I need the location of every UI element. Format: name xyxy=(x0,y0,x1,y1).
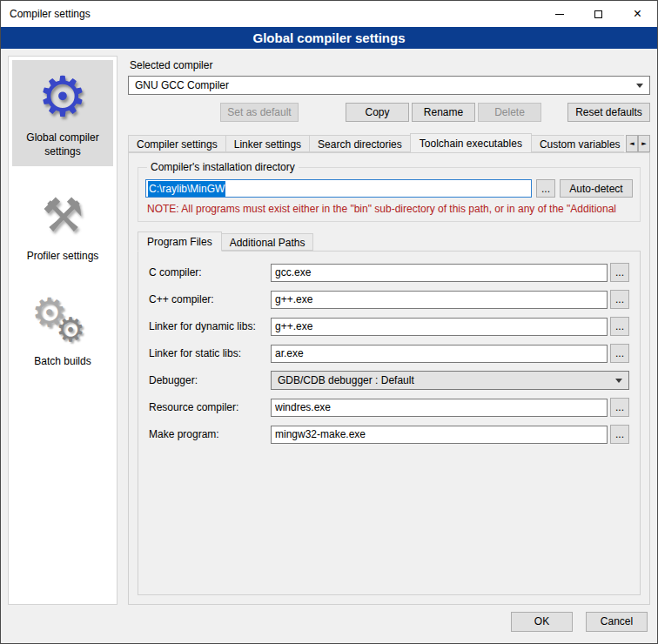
settings-tabstrip: Compiler settings Linker settings Search… xyxy=(128,133,650,152)
form-row-make-program: Make program: ... xyxy=(149,425,629,444)
static-linker-input[interactable] xyxy=(271,345,608,363)
form-row-resource-compiler: Resource compiler: ... xyxy=(149,398,629,417)
ok-button[interactable]: OK xyxy=(511,612,573,632)
sidebar-item-label: Batch builds xyxy=(14,354,111,368)
form-row-debugger: Debugger: GDB/CDB debugger : Default xyxy=(149,371,629,390)
resource-compiler-input[interactable] xyxy=(271,399,608,417)
maximize-icon xyxy=(594,10,602,18)
form-row-dynamic-linker: Linker for dynamic libs: ... xyxy=(149,317,629,336)
dynamic-linker-browse-button[interactable]: ... xyxy=(610,317,629,336)
dialog-banner-title: Global compiler settings xyxy=(1,27,657,49)
installation-directory-group-label: Compiler's installation directory xyxy=(147,161,299,173)
cpp-compiler-label: C++ compiler: xyxy=(149,293,271,305)
c-compiler-input[interactable] xyxy=(271,264,608,282)
reset-defaults-button[interactable]: Reset defaults xyxy=(567,103,650,122)
tab-search-directories[interactable]: Search directories xyxy=(309,135,411,152)
selected-compiler-label: Selected compiler xyxy=(130,59,650,71)
dialog-body: ⚙ Global compiler settings ⚒ Profiler se… xyxy=(1,49,657,608)
subtab-additional-paths[interactable]: Additional Paths xyxy=(221,233,314,251)
sidebar-item-label: Profiler settings xyxy=(14,249,111,263)
compiler-settings-dialog: Compiler settings × Global compiler sett… xyxy=(0,0,658,644)
titlebar: Compiler settings × xyxy=(1,1,657,27)
program-files-panel: C compiler: ... C++ compiler: ... Linker… xyxy=(138,251,641,595)
copy-button[interactable]: Copy xyxy=(346,103,409,122)
sidebar-item-global-compiler-settings[interactable]: ⚙ Global compiler settings xyxy=(12,60,113,166)
dynamic-linker-input[interactable] xyxy=(271,318,608,336)
tab-custom-variables[interactable]: Custom variables xyxy=(531,135,624,152)
set-as-default-button: Set as default xyxy=(220,103,299,122)
form-row-cpp-compiler: C++ compiler: ... xyxy=(149,290,629,309)
sidebar-item-profiler-settings[interactable]: ⚒ Profiler settings xyxy=(12,177,113,271)
main-panel: Selected compiler GNU GCC Compiler Set a… xyxy=(128,56,650,605)
tab-scroll-controls: ◄ ► xyxy=(626,135,650,152)
maximize-button[interactable] xyxy=(579,1,618,27)
chevron-down-icon xyxy=(636,84,643,88)
resource-compiler-label: Resource compiler: xyxy=(149,401,271,413)
dialog-footer: OK Cancel xyxy=(1,608,657,643)
batch-builds-gears-icon: ⚙ ⚙ xyxy=(14,291,111,348)
c-compiler-browse-button[interactable]: ... xyxy=(610,263,629,282)
program-files-subtabs: Program Files Additional Paths xyxy=(138,231,641,251)
make-program-input[interactable] xyxy=(271,426,608,444)
tab-toolchain-executables[interactable]: Toolchain executables xyxy=(410,133,532,152)
debugger-label: Debugger: xyxy=(149,374,271,386)
window-title: Compiler settings xyxy=(1,8,91,20)
toolchain-executables-panel: Compiler's installation directory C:\ray… xyxy=(128,152,650,605)
tabs-viewport: Compiler settings Linker settings Search… xyxy=(128,133,624,152)
installation-directory-input[interactable]: C:\raylib\MinGW xyxy=(145,179,532,198)
dynamic-linker-label: Linker for dynamic libs: xyxy=(149,320,271,332)
c-compiler-label: C compiler: xyxy=(149,266,271,278)
static-linker-browse-button[interactable]: ... xyxy=(610,344,629,363)
form-row-c-compiler: C compiler: ... xyxy=(149,263,629,282)
browse-directory-button[interactable]: ... xyxy=(536,179,555,198)
tab-compiler-settings[interactable]: Compiler settings xyxy=(128,135,226,152)
compiler-actions-row: Set as default Copy Rename Delete Reset … xyxy=(128,103,650,122)
profiler-tool-icon: ⚒ xyxy=(14,185,111,243)
resource-compiler-browse-button[interactable]: ... xyxy=(610,398,629,417)
installation-directory-group: Compiler's installation directory C:\ray… xyxy=(138,161,641,222)
close-icon: × xyxy=(634,7,641,21)
gear-icon: ⚙ xyxy=(56,313,85,346)
tab-linker-settings[interactable]: Linker settings xyxy=(225,135,310,152)
debugger-value: GDB/CDB debugger : Default xyxy=(278,374,615,386)
auto-detect-button[interactable]: Auto-detect xyxy=(560,179,633,198)
delete-button: Delete xyxy=(478,103,541,122)
installation-directory-row: C:\raylib\MinGW ... Auto-detect xyxy=(145,179,633,198)
sidebar-item-batch-builds[interactable]: ⚙ ⚙ Batch builds xyxy=(12,282,113,376)
minimize-button[interactable] xyxy=(540,1,579,27)
installation-directory-value: C:\raylib\MinGW xyxy=(148,181,225,197)
cpp-compiler-input[interactable] xyxy=(271,291,608,309)
chevron-down-icon xyxy=(615,379,622,383)
selected-compiler-value: GNU GCC Compiler xyxy=(135,79,636,91)
cpp-compiler-browse-button[interactable]: ... xyxy=(610,290,629,309)
rename-button[interactable]: Rename xyxy=(412,103,475,122)
make-program-label: Make program: xyxy=(149,428,271,440)
category-sidebar: ⚙ Global compiler settings ⚒ Profiler se… xyxy=(8,56,118,605)
form-row-static-linker: Linker for static libs: ... xyxy=(149,344,629,363)
cancel-button[interactable]: Cancel xyxy=(586,612,648,632)
tab-scroll-right-icon[interactable]: ► xyxy=(638,135,650,152)
sidebar-item-label: Global compiler settings xyxy=(14,131,111,158)
installation-directory-note: NOTE: All programs must exist either in … xyxy=(147,203,633,215)
subtab-program-files[interactable]: Program Files xyxy=(138,231,222,252)
close-button[interactable]: × xyxy=(618,1,657,27)
make-program-browse-button[interactable]: ... xyxy=(610,425,629,444)
selected-compiler-dropdown[interactable]: GNU GCC Compiler xyxy=(128,76,650,95)
static-linker-label: Linker for static libs: xyxy=(149,347,271,359)
global-compiler-gear-icon: ⚙ xyxy=(14,69,111,124)
minimize-icon xyxy=(555,14,564,15)
tab-scroll-left-icon[interactable]: ◄ xyxy=(626,135,638,152)
debugger-dropdown[interactable]: GDB/CDB debugger : Default xyxy=(271,371,629,390)
